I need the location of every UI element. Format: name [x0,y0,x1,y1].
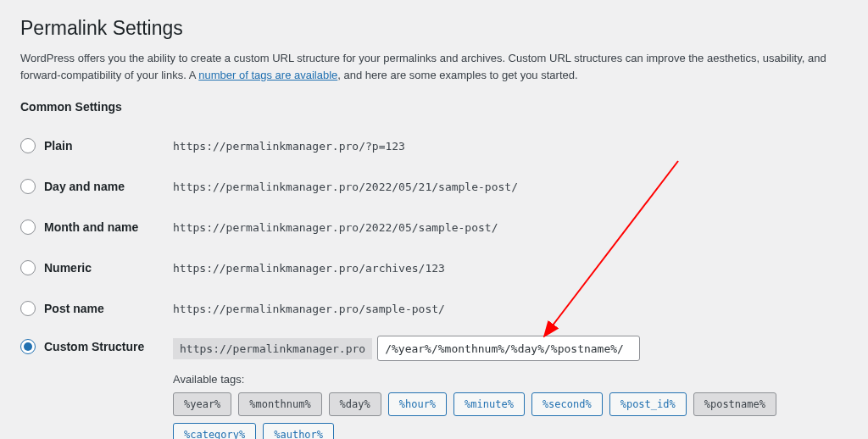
option-label-numeric[interactable]: Numeric [20,260,173,275]
radio-post-name[interactable] [20,301,36,316]
radio-month-name[interactable] [20,220,36,235]
radio-plain[interactable] [20,138,36,153]
label-plain: Plain [44,139,72,153]
radio-custom[interactable] [20,339,36,354]
tag-button-minute[interactable]: %minute% [453,392,525,416]
option-label-custom[interactable]: Custom Structure [20,336,173,354]
option-label-plain[interactable]: Plain [20,138,173,153]
option-row-month-name: Month and name https://permalinkmanager.… [20,207,848,247]
option-label-day-name[interactable]: Day and name [20,179,173,194]
tag-button-second[interactable]: %second% [531,392,603,416]
tag-button-monthnum[interactable]: %monthnum% [238,392,321,416]
tags-help-link[interactable]: number of tags are available [198,69,337,81]
example-plain: https://permalinkmanager.pro/?p=123 [173,140,405,153]
radio-day-name[interactable] [20,179,36,194]
label-custom: Custom Structure [44,340,144,353]
option-row-post-name: Post name https://permalinkmanager.pro/s… [20,288,848,329]
option-row-plain: Plain https://permalinkmanager.pro/?p=12… [20,125,848,166]
tag-button-category[interactable]: %category% [173,423,256,439]
custom-structure-input[interactable] [377,336,640,361]
tag-button-author[interactable]: %author% [263,423,334,439]
tag-button-year[interactable]: %year% [173,392,231,416]
label-day-name: Day and name [44,180,125,193]
option-label-month-name[interactable]: Month and name [20,220,173,235]
page-title: Permalink Settings [20,17,848,40]
available-tags-label: Available tags: [173,373,848,386]
description-text-post: , and here are some examples to get you … [337,69,577,81]
label-month-name: Month and name [44,220,138,234]
page-description: WordPress offers you the ability to crea… [20,50,848,83]
option-row-custom: Custom Structure https://permalinkmanage… [20,329,848,439]
tag-button-post_id[interactable]: %post_id% [609,392,687,416]
option-row-day-name: Day and name https://permalinkmanager.pr… [20,166,848,207]
example-day-name: https://permalinkmanager.pro/2022/05/21/… [173,181,518,193]
label-numeric: Numeric [44,261,92,275]
example-numeric: https://permalinkmanager.pro/archives/12… [173,262,445,275]
custom-prefix: https://permalinkmanager.pro [173,338,372,359]
example-month-name: https://permalinkmanager.pro/2022/05/sam… [173,221,498,234]
tag-button-hour[interactable]: %hour% [388,392,447,416]
common-settings-heading: Common Settings [20,100,848,114]
label-post-name: Post name [44,302,104,315]
option-label-post-name[interactable]: Post name [20,301,173,316]
example-post-name: https://permalinkmanager.pro/sample-post… [173,303,445,315]
available-tags-row: %year%%monthnum%%day%%hour%%minute%%seco… [173,392,848,439]
tag-button-postname[interactable]: %postname% [693,392,776,416]
permalink-options-group: Plain https://permalinkmanager.pro/?p=12… [20,125,848,439]
tag-button-day[interactable]: %day% [329,392,381,416]
radio-numeric[interactable] [20,260,36,275]
option-row-numeric: Numeric https://permalinkmanager.pro/arc… [20,247,848,288]
